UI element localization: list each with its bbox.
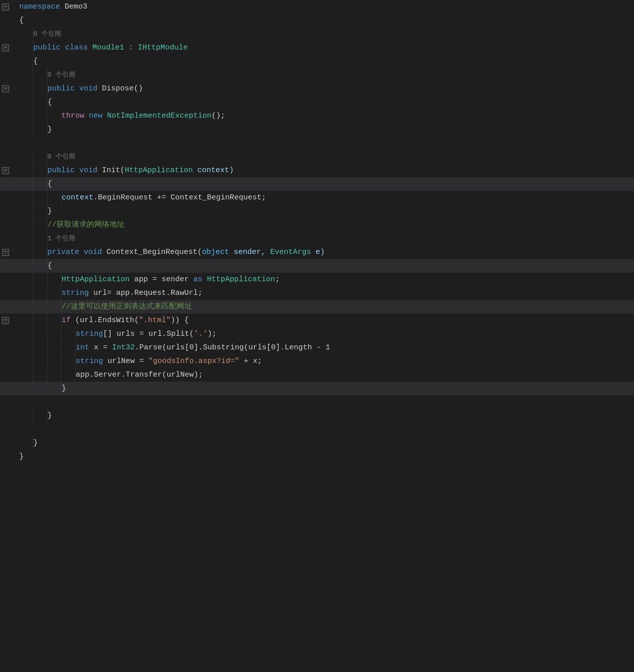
indent-guides (19, 368, 76, 382)
line-tokens: HttpApplication app = sender as HttpAppl… (62, 273, 280, 286)
line-tokens: { (47, 259, 52, 273)
code-line-23: //这里可以使用正则表达式来匹配网址 (0, 300, 634, 314)
indent-guides (19, 409, 47, 423)
code-line-27: string urlNew = "goodsInfo.aspx?id=" + x… (0, 354, 634, 368)
code-line-31: } (0, 409, 634, 423)
line-tokens: app.Server.Transfer(urlNew); (76, 368, 203, 382)
line-tokens: context.BeginRequest += Context_BeginReq… (62, 191, 266, 204)
indent-guides (19, 109, 62, 123)
code-line-2: { (0, 14, 634, 27)
code-line-18: 1 个引用 (0, 232, 634, 245)
line-tokens: } (33, 436, 38, 450)
code-line-33: } (0, 436, 634, 450)
code-line-4: −public class Moudle1 : IHttpModule (0, 41, 634, 55)
code-line-8: { (0, 95, 634, 109)
indent-guides (19, 204, 47, 218)
indent-guides (19, 68, 47, 82)
line-tokens: public class Moudle1 : IHttpModule (33, 41, 188, 55)
code-line-32 (0, 423, 634, 436)
code-line-24: −if (url.EndsWith(".html")) { (0, 314, 634, 327)
indent-guides (19, 218, 47, 232)
line-tokens: } (62, 382, 66, 395)
line-tokens: int x = Int32.Parse(urls[0].Substring(ur… (76, 341, 330, 354)
code-line-11 (0, 136, 634, 150)
collapse-button[interactable]: − (2, 4, 9, 11)
line-tokens: 0 个引用 (47, 68, 75, 82)
code-line-28: app.Server.Transfer(urlNew); (0, 368, 634, 382)
collapse-button[interactable]: − (2, 85, 9, 92)
code-line-25: string[] urls = url.Split('.'); (0, 327, 634, 341)
code-line-21: HttpApplication app = sender as HttpAppl… (0, 273, 634, 286)
indent-guides (19, 245, 47, 259)
code-line-5: { (0, 55, 634, 68)
indent-guides (19, 123, 47, 136)
indent-guides (19, 354, 76, 368)
indent-guides (19, 314, 62, 327)
code-line-12: 0 个引用 (0, 150, 634, 164)
indent-guides (19, 177, 47, 191)
line-tokens: public void Init(HttpApplication context… (47, 164, 234, 177)
line-tokens: { (19, 14, 24, 27)
code-line-1: −namespace Demo3 (0, 0, 634, 14)
code-editor: −namespace Demo3{0 个引用−public class Moud… (0, 0, 634, 672)
line-tokens: } (19, 450, 24, 463)
line-tokens: string url= app.Request.RawUrl; (62, 286, 202, 300)
line-tokens: namespace Demo3 (19, 0, 87, 14)
collapse-button[interactable]: − (2, 317, 9, 324)
indent-guides (19, 300, 62, 314)
code-line-29: } (0, 382, 634, 395)
code-line-10: } (0, 123, 634, 136)
indent-guides (19, 41, 33, 55)
line-tokens: throw new NotImplementedException(); (62, 109, 225, 123)
indent-guides (19, 382, 62, 395)
line-tokens: { (47, 177, 52, 191)
indent-guides (19, 55, 33, 68)
indent-guides (19, 150, 47, 164)
code-line-13: −public void Init(HttpApplication contex… (0, 164, 634, 177)
code-line-26: int x = Int32.Parse(urls[0].Substring(ur… (0, 341, 634, 354)
line-tokens: public void Dispose() (47, 82, 143, 95)
indent-guides (19, 286, 62, 300)
collapse-button[interactable]: − (2, 44, 9, 51)
indent-guides (19, 27, 33, 41)
code-line-16: } (0, 204, 634, 218)
collapse-button[interactable]: − (2, 249, 9, 256)
line-tokens: } (47, 123, 52, 136)
indent-guides (19, 341, 76, 354)
line-tokens: string urlNew = "goodsInfo.aspx?id=" + x… (76, 354, 262, 368)
code-content: −namespace Demo3{0 个引用−public class Moud… (0, 0, 634, 672)
line-tokens: private void Context_BeginRequest(object… (47, 245, 325, 259)
line-tokens: 0 个引用 (47, 150, 75, 164)
indent-guides (19, 259, 47, 273)
code-line-14: { (0, 177, 634, 191)
indent-guides (19, 273, 62, 286)
indent-guides (19, 436, 33, 450)
line-tokens: 0 个引用 (33, 27, 61, 41)
code-line-9: throw new NotImplementedException(); (0, 109, 634, 123)
indent-guides (19, 164, 47, 177)
code-line-15: context.BeginRequest += Context_BeginReq… (0, 191, 634, 204)
line-tokens: 1 个引用 (47, 232, 75, 245)
code-line-22: string url= app.Request.RawUrl; (0, 286, 634, 300)
line-tokens: { (47, 95, 52, 109)
code-line-30 (0, 395, 634, 409)
code-line-34: } (0, 450, 634, 463)
line-tokens: //获取请求的网络地址 (47, 218, 125, 232)
code-line-19: −private void Context_BeginRequest(objec… (0, 245, 634, 259)
code-line-3: 0 个引用 (0, 27, 634, 41)
indent-guides (19, 82, 47, 95)
indent-guides (19, 95, 47, 109)
line-tokens: //这里可以使用正则表达式来匹配网址 (62, 300, 192, 314)
indent-guides (19, 191, 62, 204)
code-line-6: 0 个引用 (0, 68, 634, 82)
line-tokens: } (47, 204, 52, 218)
code-line-17: //获取请求的网络地址 (0, 218, 634, 232)
line-tokens: if (url.EndsWith(".html")) { (62, 314, 189, 327)
indent-guides (19, 327, 76, 341)
line-tokens: } (47, 409, 52, 423)
code-line-20: { (0, 259, 634, 273)
collapse-button[interactable]: − (2, 167, 9, 174)
indent-guides (19, 232, 47, 245)
line-tokens: string[] urls = url.Split('.'); (76, 327, 217, 341)
code-line-7: −public void Dispose() (0, 82, 634, 95)
